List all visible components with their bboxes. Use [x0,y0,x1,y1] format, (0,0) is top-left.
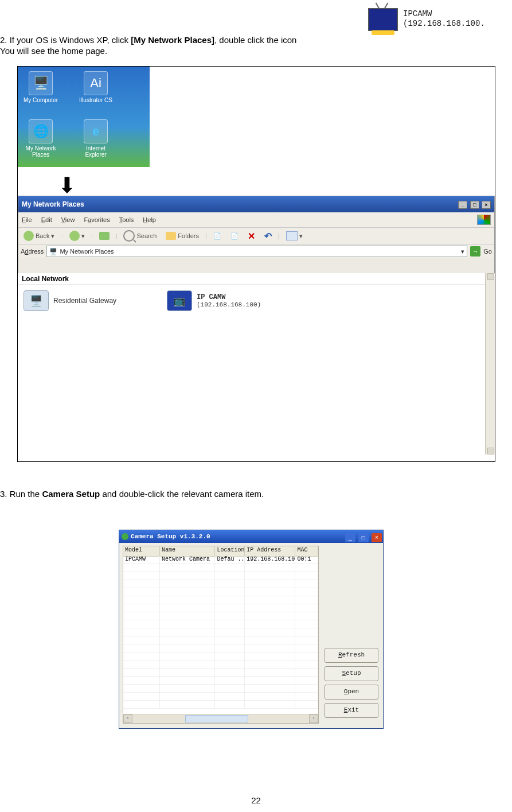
col-mac[interactable]: MAC [295,546,318,556]
minimize-button[interactable]: _ [345,533,355,542]
open-button[interactable]: Open [325,685,378,700]
close-button[interactable]: × [372,533,382,542]
views-button[interactable]: ▾ [283,230,306,242]
minimize-button[interactable]: _ [458,201,467,209]
app-icon [122,533,128,540]
ipcam-icon: 📺 [167,290,192,311]
menu-view[interactable]: View [61,216,75,223]
table-body: IPCAMW Network Camera Defau .. 192.168.1… [123,556,318,714]
toolbar: Back ▾ · ▾ · | Search Folders | 📄 📄 ✕ ↶ … [18,228,494,244]
ipcam-item-name: IP CAMW [197,293,261,301]
scroll-right-button[interactable]: › [309,714,318,723]
vertical-scrollbar[interactable] [485,273,495,454]
camera-setup-window: Camera Setup v1.3.2.0 _ □ × Model Name L… [119,530,384,729]
camera-table: Model Name Location IP Address MAC IPCAM… [123,546,319,724]
maximize-button[interactable]: □ [470,201,479,209]
desktop-icon-my-computer[interactable]: 🖥️ My Computer [20,71,61,103]
close-button[interactable]: × [482,201,491,209]
ie-icon: e [84,119,108,143]
menu-edit[interactable]: Edit [41,216,52,223]
arrow-down-icon: ⬇ [58,173,76,198]
address-field[interactable]: 🖥️ My Network Places ▾ [46,246,467,257]
instruction-2: 2. If your OS is Windows XP, click [My N… [0,35,512,45]
address-value: My Network Places [60,248,114,255]
figure-desktop-mnp: 🖥️ My Computer Ai Illustrator CS 🌐 My Ne… [17,66,495,462]
app-icon: Ai [84,71,108,95]
forward-button[interactable]: ▾ [67,230,88,242]
col-location[interactable]: Location [215,546,245,556]
network-places-icon: 🖥️ [49,248,57,255]
ipcam-item-ip: (192.168.168.100) [197,301,261,308]
undo-button[interactable]: ↶ [261,230,275,243]
camera-setup-buttons: Refresh Setup Open Exit [325,644,377,718]
monitor-icon [366,3,400,35]
menu-help[interactable]: Help [143,216,156,223]
menu-favorites[interactable]: Favorites [84,216,110,223]
scroll-thumb[interactable] [185,715,248,722]
desktop-icon-illustrator[interactable]: Ai Illustrator CS [75,71,116,103]
ipcam-name: IPCAMW [403,9,485,20]
menu-bar: File Edit View Favorites Tools Help [18,212,494,228]
ipcam-desktop-icon[interactable]: IPCAMW (192.168.168.100. [366,2,512,36]
desktop-icon-ie[interactable]: e Internet Explorer [75,119,116,158]
gateway-label: Residential Gateway [53,297,116,305]
scroll-left-button[interactable]: ‹ [123,714,132,723]
ipcam-ip: (192.168.168.100. [403,19,485,29]
folders-button[interactable]: Folders [163,231,202,241]
up-button[interactable] [96,231,112,241]
computer-icon: 🖥️ [29,71,53,95]
instruction-2b: You will see the home page. [0,46,512,56]
network-item-gateway[interactable]: 🖥️ Residential Gateway [24,290,116,311]
window-titlebar: My Network Places _ □ × [18,196,494,212]
page-number: 22 [0,795,512,805]
my-network-places-window: My Network Places _ □ × File Edit View F… [18,196,495,274]
copy-button[interactable]: 📄 [228,231,241,241]
table-header: Model Name Location IP Address MAC [123,546,318,557]
camera-setup-title: Camera Setup v1.3.2.0 [131,533,210,540]
back-button[interactable]: Back ▾ [21,230,57,242]
menu-tools[interactable]: Tools [119,216,134,223]
network-places-icon: 🌐 [29,119,53,143]
search-button[interactable]: Search [120,229,159,243]
maximize-button[interactable]: □ [358,533,369,542]
address-bar: Address 🖥️ My Network Places ▾ → Go [18,244,494,258]
refresh-button[interactable]: Refresh [325,648,378,663]
table-row[interactable]: IPCAMW Network Camera Defau .. 192.168.1… [123,556,318,564]
col-name[interactable]: Name [160,546,215,556]
search-icon [123,230,135,242]
go-label: Go [483,248,492,255]
exit-button[interactable]: Exit [325,703,378,718]
local-network-label: Local Network [18,273,495,285]
folders-icon [166,232,176,240]
views-icon [286,231,298,240]
xp-desktop: 🖥️ My Computer Ai Illustrator CS 🌐 My Ne… [18,67,150,167]
windows-flag-icon [477,215,491,225]
network-item-ipcam[interactable]: 📺 IP CAMW (192.168.168.100) [167,290,261,311]
address-label: Address [21,248,44,255]
col-ip[interactable]: IP Address [245,546,295,556]
window-title: My Network Places [22,200,84,208]
delete-button[interactable]: ✕ [245,230,258,243]
horizontal-scrollbar[interactable]: ‹ › [123,714,318,723]
instruction-3: 3. Run the Camera Setup and double-click… [0,489,512,499]
desktop-icon-my-network-places[interactable]: 🌐 My Network Places [20,119,61,158]
local-network-panel: Local Network 🖥️ Residential Gateway 📺 I… [18,273,495,461]
col-model[interactable]: Model [123,546,160,556]
menu-file[interactable]: File [22,216,32,223]
move-button[interactable]: 📄 [210,231,224,241]
go-button[interactable]: → [470,246,480,257]
gateway-icon: 🖥️ [24,290,49,311]
setup-button[interactable]: Setup [325,666,378,681]
camera-setup-titlebar: Camera Setup v1.3.2.0 _ □ × [119,530,383,543]
